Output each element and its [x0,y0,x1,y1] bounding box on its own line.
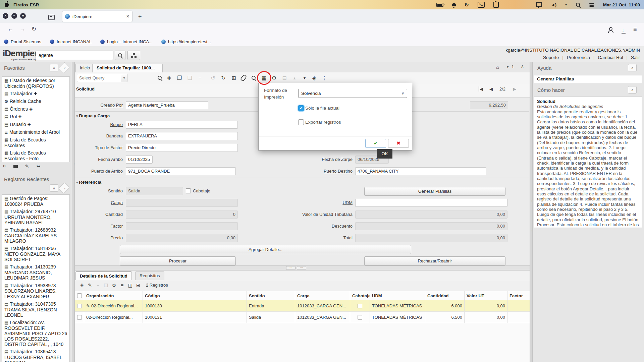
attachment-icon[interactable] [239,74,248,82]
section-buque-y-carga[interactable]: ▾Buque y Carga [76,113,110,118]
delete-record-icon[interactable]: − [196,74,204,82]
downloads-icon[interactable]: ↓ [622,27,624,33]
menu-soporte[interactable]: Soporte [543,55,559,60]
cabotaje-row-checkbox[interactable] [358,304,362,308]
udm-field[interactable] [355,199,507,207]
bandera-field[interactable]: EXTRANJERA [126,132,238,140]
puerto-destino-field[interactable]: 4706_PANAMA CITY [355,167,486,175]
previous-record-icon[interactable]: ◀ [489,86,493,92]
select-query-input[interactable] [77,74,121,82]
more-options-kebab-icon[interactable]: ⋮ [320,74,329,82]
edit-icon[interactable]: ✎ [25,164,29,169]
cabotaje-checkbox[interactable] [186,188,191,193]
favorite-item[interactable]: ▤Trabajador✚ [2,90,69,98]
menu-preferencia[interactable]: Preferencia [567,55,590,60]
horizontal-splitter[interactable]: ⋯ ⋯ [75,265,530,270]
splitter-handle[interactable]: ⋯ [286,266,296,270]
col-udm[interactable]: UDM [370,291,425,300]
save-record-icon[interactable]: ❏ [185,74,194,82]
print-format-select[interactable]: Solvencia ∨ [298,89,407,98]
parent-record-icon[interactable]: ▴ [290,74,299,82]
first-record-icon[interactable]: ◀ [479,86,483,92]
detail-record-icon[interactable]: ▾ [300,74,309,82]
recent-record-item[interactable]: ▤Trabajador: 10865413 LUCIOS GUERRA, ISA… [2,348,69,362]
col-valor-ut[interactable]: Valor UT [465,291,507,300]
share-icon[interactable]: ↪ [37,164,41,169]
add-favorite-icon[interactable]: ✚ [29,107,33,112]
sync-icon[interactable]: ↻ [465,2,469,8]
howto-collapse-button[interactable]: ∧ [628,86,637,94]
search-button[interactable] [115,51,125,60]
open-windows-caret-icon[interactable]: ▾ [507,65,509,69]
fecha-arribo-field[interactable]: 01/10/2025 [126,156,153,164]
favorite-item[interactable]: ▤Rol✚ [2,113,69,121]
menu-tree-button[interactable] [127,51,140,60]
columns-view-icon[interactable]: ◫ [126,281,134,289]
buque-field[interactable]: PERLA [126,121,238,129]
exportar-registros-checkbox[interactable] [298,119,304,125]
buque-label[interactable]: Buque [54,121,123,129]
add-favorite-icon[interactable]: ✚ [18,115,21,119]
label-tag-icon[interactable]: ◈ [310,74,319,82]
window-maximize-button[interactable]: ◆ [20,13,26,19]
clipboard-icon[interactable] [493,2,499,8]
menubar-app-name[interactable]: Firefox ESR [13,2,39,7]
back-button[interactable]: ← [7,25,13,33]
notifications-icon[interactable] [452,3,456,6]
tab-inicio[interactable]: Inicio [75,64,94,72]
add-favorite-icon[interactable]: ✚ [34,92,37,96]
next-record-icon[interactable]: ▶ [513,86,516,92]
tab-close-icon[interactable]: ✕ [126,14,129,19]
tab-solicitud-de-taquilla[interactable]: Solicitud de Taquilla: 1000... ✕ [92,64,163,72]
splitter-handle[interactable]: ⋯ [297,266,306,270]
row-checkbox[interactable] [77,304,82,308]
tab-detalles-de-la-solicitud[interactable]: Detalles de la Solicitud [75,272,132,280]
grid-view-icon[interactable]: ⊞ [135,281,142,289]
volume-icon[interactable]: ◄) [551,2,556,7]
tipo-de-factor-field[interactable]: Precio Directo [126,144,238,152]
save-row-icon[interactable]: ❏ [102,281,110,289]
ok-button[interactable]: ✔ [365,139,386,148]
rechazar-reabrir-button[interactable]: Rechazar/Reabrir [364,256,505,265]
rows-view-icon[interactable]: ≡ [118,281,126,289]
puerto-de-arribo-field[interactable]: 971_BOCA GRANDE [126,167,236,175]
col-cabotaje[interactable]: Cabotaje [350,291,370,300]
bookmark-item[interactable]: Intranet INCANAL [50,39,92,44]
add-row-icon[interactable]: ✚ [78,281,86,289]
tab-requisitos[interactable]: Requisitos [135,272,164,280]
tray-caret-icon[interactable]: ▾ [565,3,567,6]
forward-button[interactable]: → [19,25,25,33]
spotlight-search-icon[interactable] [576,2,581,7]
window-minimize-button[interactable]: − [11,13,17,19]
puerto-de-arribo-label[interactable]: Puerto de Arribo [54,167,123,175]
window-close-button[interactable]: ✕ [3,13,8,19]
clock[interactable]: Mar 21 Oct. 11:00 [603,2,640,7]
edit-row-icon[interactable]: ✎ [86,281,94,289]
home-icon[interactable]: ⌂ [496,64,499,70]
col-organizacion[interactable]: Organización [84,291,143,300]
right-splitter[interactable]: ⋮ ⋮ [530,62,533,362]
favorite-item[interactable]: ▦Listado de Bienes por Ubicación (QR/FOT… [2,77,69,90]
expand-all-icon[interactable]: » [2,165,7,168]
select-all-checkbox[interactable] [77,293,82,298]
process-row-gear-icon[interactable]: ⚙ [110,281,118,289]
col-factor[interactable]: Factor [507,291,530,300]
delete-row-icon[interactable]: − [94,281,102,289]
select-query-dropdown-icon[interactable]: ▾ [121,74,127,82]
display-icon[interactable] [536,2,542,7]
folder-icon[interactable] [13,165,18,168]
row-edit-icon[interactable]: ✎ [86,301,90,311]
table-row[interactable]: 02-Dirección Regional... 1000131 Salida … [75,312,530,323]
bookmark-item[interactable]: https://idempieretest... [161,39,211,44]
undo-icon[interactable]: ↺ [209,74,217,82]
udm-label[interactable]: UDM [262,199,353,207]
cancel-button[interactable]: ✖ [388,139,409,148]
recent-record-item[interactable]: ▤Localización: AV. ROOSEVELT EDIF. ARISM… [2,319,69,348]
browser-tab[interactable]: iDempiere ✕ [62,11,132,22]
row-checkbox[interactable] [77,315,82,320]
solo-fila-actual-checkbox[interactable]: ✔ [298,105,304,111]
table-row[interactable]: ✎02-Dirección Regional... 1000130 Entrad… [75,300,530,312]
cabotaje-row-checkbox[interactable] [358,315,362,320]
col-codigo[interactable]: Código [143,291,247,300]
generar-planillas-button[interactable]: Generar Planillas [364,187,505,196]
